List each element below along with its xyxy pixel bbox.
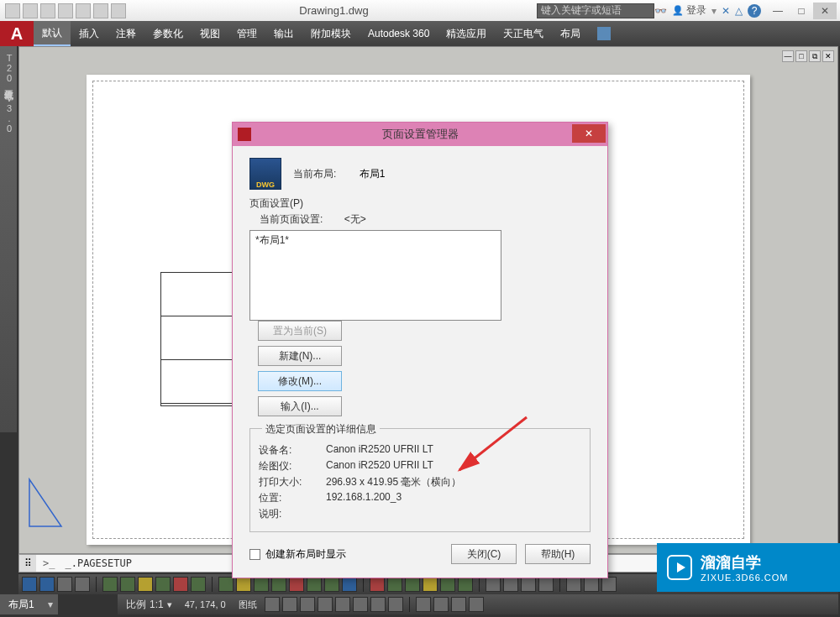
tool-icon[interactable] (521, 577, 536, 592)
qat-undo-icon[interactable] (93, 3, 108, 18)
status-icon[interactable] (353, 597, 368, 612)
tool-icon[interactable] (440, 577, 455, 592)
doc-close-icon[interactable]: ✕ (822, 50, 834, 62)
ucs-icon (28, 478, 63, 528)
status-icon[interactable] (265, 597, 280, 612)
tool-icon[interactable] (584, 577, 599, 592)
set-current-button[interactable]: 置为当前(S) (258, 321, 342, 341)
search-input[interactable]: 键入关键字或短语 (537, 3, 654, 18)
tool-icon[interactable] (538, 577, 554, 592)
status-icon[interactable] (370, 597, 386, 612)
status-icon[interactable] (433, 597, 449, 612)
tool-icon[interactable] (289, 577, 304, 592)
status-icon[interactable] (451, 597, 466, 612)
doc-cascade-icon[interactable]: ⧉ (809, 50, 821, 62)
tab-parametric[interactable]: 参数化 (144, 21, 192, 46)
size-value: 296.93 x 419.95 毫米（横向） (326, 475, 461, 489)
show-on-new-layout-checkbox[interactable] (249, 549, 260, 560)
cloud-icon[interactable]: △ (735, 5, 743, 17)
location-value: 192.168.1.200_3 (326, 491, 402, 505)
current-setup-value: <无> (344, 213, 366, 225)
app-menu-button[interactable]: A (0, 21, 34, 46)
doc-min-icon[interactable]: ― (782, 50, 794, 62)
tool-icon[interactable] (102, 577, 118, 592)
status-icon[interactable] (300, 597, 315, 612)
tool-icon[interactable] (173, 577, 188, 592)
login-link[interactable]: 👤 登录 (672, 3, 706, 18)
modify-button[interactable]: 修改(M)... (258, 371, 342, 391)
tool-icon[interactable] (601, 577, 617, 592)
tool-icon[interactable] (39, 577, 55, 592)
command-grip-icon[interactable]: ⠿ (19, 555, 36, 572)
tab-layout[interactable]: 布局 (552, 21, 589, 46)
list-item[interactable]: *布局1* (254, 233, 497, 248)
qat-save-icon[interactable] (40, 3, 55, 18)
tool-icon[interactable] (324, 577, 339, 592)
ribbon-icon[interactable] (597, 27, 611, 40)
tab-annotate[interactable]: 注释 (108, 21, 144, 46)
qat-redo-icon[interactable] (111, 3, 126, 18)
status-icon[interactable] (282, 597, 297, 612)
help-button[interactable]: 帮助(H) (525, 544, 591, 564)
tool-icon[interactable] (342, 577, 357, 592)
status-icon[interactable] (469, 597, 484, 612)
qat-new-icon[interactable] (5, 3, 20, 18)
scale-control[interactable]: 比例 1:1 ▾ (121, 598, 177, 612)
qat-saveas-icon[interactable] (58, 3, 73, 18)
dialog-close-button[interactable]: ✕ (572, 124, 606, 143)
tab-manage[interactable]: 管理 (228, 21, 265, 46)
tool-icon[interactable] (138, 577, 153, 592)
help-icon[interactable]: ? (748, 4, 761, 18)
new-button[interactable]: 新建(N)... (258, 346, 342, 366)
tab-autodesk360[interactable]: Autodesk 360 (360, 21, 438, 46)
maximize-button[interactable]: □ (790, 3, 813, 19)
tool-icon[interactable] (236, 577, 251, 592)
import-button[interactable]: 输入(I)... (258, 396, 342, 416)
tool-icon[interactable] (405, 577, 420, 592)
tab-view[interactable]: 视图 (192, 21, 228, 46)
tool-icon[interactable] (155, 577, 171, 592)
tab-addins[interactable]: 附加模块 (302, 21, 360, 46)
tool-icon[interactable] (191, 577, 206, 592)
layout-tab-button[interactable]: 布局1 (0, 598, 43, 612)
qat-open-icon[interactable] (23, 3, 38, 18)
doc-restore-icon[interactable]: □ (795, 50, 807, 62)
qat-print-icon[interactable] (76, 3, 91, 18)
tab-output[interactable]: 输出 (265, 21, 302, 46)
tool-icon[interactable] (458, 577, 473, 592)
tool-icon[interactable] (57, 577, 72, 592)
dialog-titlebar[interactable]: 页面设置管理器 ✕ (233, 123, 607, 146)
tool-icon[interactable] (254, 577, 269, 592)
tool-icon[interactable] (387, 577, 402, 592)
tool-icon[interactable] (423, 577, 438, 592)
close-button[interactable]: ✕ (813, 3, 837, 19)
badge-subtitle: ZIXUE.3D66.COM (701, 573, 788, 583)
status-icon[interactable] (388, 597, 403, 612)
tool-icon[interactable] (22, 577, 37, 592)
status-icon[interactable] (335, 597, 350, 612)
tool-icon[interactable] (218, 577, 234, 592)
exchange-icon[interactable]: ✕ (722, 5, 730, 17)
tool-icon[interactable] (271, 577, 286, 592)
tab-featured[interactable]: 精选应用 (438, 21, 495, 46)
tab-default[interactable]: 默认 (34, 21, 71, 46)
tool-icon[interactable] (370, 577, 385, 592)
tool-icon[interactable] (566, 577, 581, 592)
status-icon[interactable] (416, 597, 431, 612)
tool-icon[interactable] (486, 577, 501, 592)
paper-mode-button[interactable]: 图纸 (234, 599, 262, 611)
close-dialog-button[interactable]: 关闭(C) (451, 544, 517, 564)
tab-insert[interactable]: 插入 (71, 21, 108, 46)
tool-icon[interactable] (503, 577, 518, 592)
tool-icon[interactable] (120, 577, 135, 592)
binoculars-icon[interactable]: 👓 (654, 5, 667, 17)
minimize-button[interactable]: ― (766, 3, 790, 19)
page-setup-listbox[interactable]: *布局1* (249, 230, 501, 321)
tool-icon[interactable] (75, 577, 90, 592)
tab-tangent[interactable]: 天正电气 (495, 21, 552, 46)
layout-tab-dropdown-icon[interactable]: ▾ (43, 599, 58, 610)
tool-icon[interactable] (307, 577, 322, 592)
status-icon[interactable] (318, 597, 333, 612)
document-window-controls: ― □ ⧉ ✕ (782, 50, 834, 62)
dialog-footer: 创建新布局时显示 关闭(C) 帮助(H) (249, 544, 591, 564)
